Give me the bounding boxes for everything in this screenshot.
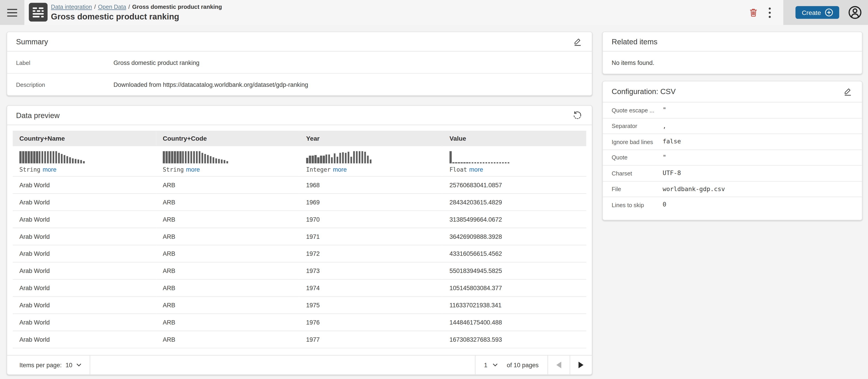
more-link[interactable]: more [42,166,56,173]
histogram [306,151,443,164]
table-cell: 1976 [300,314,443,331]
table-cell: ARB [156,245,300,262]
table-cell: 1970 [300,211,443,228]
refresh-icon[interactable] [572,110,583,121]
field-value: Downloaded from https://datacatalog.worl… [114,81,308,88]
config-value: " [662,107,666,114]
table-cell: Arab World [13,314,156,331]
config-value: UTF-8 [662,170,681,177]
configuration-rows: Quote escape ..."Separator,Ignore bad li… [603,103,862,220]
config-row-quote: Quote" [603,149,862,165]
summary-row-label: Label Gross domestic product ranking [7,52,592,73]
column-header-value: Value [443,131,586,146]
table-cell: 116337021938.341 [443,296,586,314]
config-row-charset: CharsetUTF-8 [603,165,862,181]
table-stats-row: StringmoreStringmoreIntegermoreFloatmore [13,146,586,176]
config-row-quote-escape-: Quote escape ..." [603,103,862,118]
column-type-line: Stringmore [163,166,300,173]
items-per-page-value: 10 [66,361,72,368]
config-value: false [662,138,681,145]
table-cell: 43316056615.4562 [443,245,586,262]
config-value: 0 [662,201,666,208]
items-per-page-label: Items per page: [20,361,62,368]
current-page: 1 [484,361,487,368]
table-cell: 25760683041.0857 [443,176,586,194]
column-type: Float [450,166,467,173]
table-cell: Arab World [13,280,156,297]
table-cell: 1971 [300,228,443,245]
chevron-down-icon [76,363,81,367]
table-cell: 1969 [300,194,443,211]
items-per-page-select[interactable]: Items per page: 10 [7,355,90,374]
more-link[interactable]: more [469,166,483,173]
caret-right-icon[interactable] [569,355,592,374]
table-row: Arab WorldARB1977167308327683.593 [13,331,586,348]
table-cell: ARB [156,262,300,280]
table-row: Arab WorldARB197355018394945.5825 [13,262,586,280]
config-label: Quote escape ... [612,107,662,113]
configuration-title: Configuration: CSV [612,88,676,96]
edit-configuration-pencil-icon[interactable] [842,86,853,97]
table-cell: 55018394945.5825 [443,262,586,280]
table-cell: Arab World [13,194,156,211]
summary-title: Summary [16,37,48,46]
table-cell: Arab World [13,228,156,245]
config-label: Ignore bad lines [612,138,662,145]
table-cell: ARB [156,211,300,228]
config-row-ignore-bad-lines: Ignore bad linesfalse [603,134,862,149]
trash-icon[interactable] [745,4,762,21]
table-row: Arab WorldARB1975116337021938.341 [13,296,586,314]
edit-summary-pencil-icon[interactable] [572,36,583,47]
column-type: Integer [306,166,331,173]
breadcrumb-link-open-data[interactable]: Open Data [98,3,126,10]
summary-row-description: Description Downloaded from https://data… [7,73,592,95]
table-cell: ARB [156,194,300,211]
column-stats-year: Integermore [300,146,443,176]
nav-strip [0,0,24,25]
flat-data-record-icon [29,3,48,22]
table-cell: 31385499664.0672 [443,211,586,228]
config-value: " [662,154,666,161]
table-cell: 167308327683.593 [443,331,586,348]
related-items-card: Related items No items found. [602,32,862,75]
histogram [20,151,156,164]
breadcrumb-link-data-integration[interactable]: Data integration [51,3,92,10]
table-cell: ARB [156,314,300,331]
table-row: Arab WorldARB1976144846175400.488 [13,314,586,331]
column-type: String [20,166,40,173]
user-avatar-icon[interactable] [847,5,862,20]
config-label: Charset [612,170,662,176]
column-type-line: Stringmore [20,166,156,173]
column-stats-country-code: Stringmore [156,146,300,176]
data-preview-card: Data preview Country+NameCountry+CodeYea… [6,105,592,375]
table-cell: ARB [156,176,300,194]
page-number-select[interactable]: 1 [475,355,506,374]
header-action-block: Create [783,0,868,25]
page-count-label: of 10 pages [506,355,548,374]
table-row: Arab WorldARB1974105145803084.377 [13,280,586,297]
field-label: Label [16,59,114,65]
column-type-line: Floatmore [450,166,586,173]
breadcrumb-separator: / [128,3,130,10]
table-cell: 105145803084.377 [443,280,586,297]
summary-card: Summary Label Gross domestic product ran… [6,32,592,96]
field-value: Gross domestic product ranking [114,59,199,65]
kebab-menu-icon[interactable] [764,4,776,21]
config-value: , [662,122,666,129]
table-cell: 1977 [300,331,443,348]
field-label: Description [16,81,114,88]
config-row-file: Fileworldbank-gdp.csv [603,181,862,197]
more-link[interactable]: more [333,166,346,173]
table-cell: Arab World [13,245,156,262]
column-stats-country-name: Stringmore [13,146,156,176]
table-cell: 1974 [300,280,443,297]
caret-left-icon[interactable] [548,355,569,374]
hamburger-menu-icon[interactable] [4,4,20,21]
config-label: Quote [612,154,662,161]
table-cell: Arab World [13,211,156,228]
create-button[interactable]: Create [796,6,839,19]
breadcrumb-current: Gross domestic product ranking [132,3,222,10]
page-title: Gross domestic product ranking [51,11,222,21]
table-row: Arab WorldARB196825760683041.0857 [13,176,586,194]
more-link[interactable]: more [186,166,200,173]
